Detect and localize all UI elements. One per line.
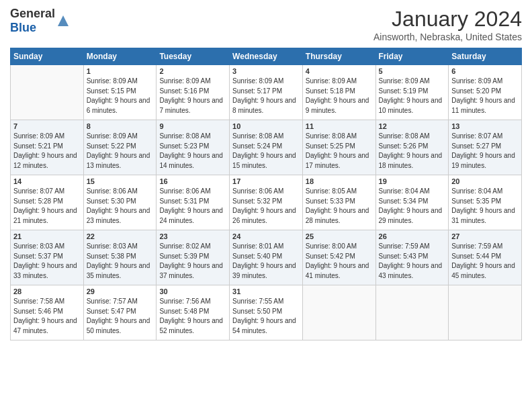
- sunset: Sunset: 5:17 PM: [232, 87, 282, 95]
- daylight: Daylight: 9 hours and 54 minutes.: [232, 317, 296, 334]
- sunset: Sunset: 5:39 PM: [159, 253, 209, 260]
- sunset: Sunset: 5:46 PM: [13, 308, 63, 315]
- sunrise: Sunrise: 7:57 AM: [87, 298, 138, 305]
- daylight: Daylight: 9 hours and 35 minutes.: [87, 262, 150, 279]
- daylight: Daylight: 9 hours and 39 minutes.: [232, 262, 296, 279]
- day-info: Sunrise: 8:09 AM Sunset: 5:16 PM Dayligh…: [159, 77, 226, 116]
- day-info: Sunrise: 8:04 AM Sunset: 5:35 PM Dayligh…: [451, 187, 519, 226]
- logo-blue: Blue: [10, 21, 36, 34]
- daylight: Daylight: 9 hours and 9 minutes.: [306, 97, 369, 114]
- header: General Blue January 2024 Ainsworth, Neb…: [10, 7, 522, 42]
- daylight: Daylight: 9 hours and 26 minutes.: [232, 207, 296, 224]
- sunset: Sunset: 5:24 PM: [232, 142, 282, 150]
- calendar-cell: 3 Sunrise: 8:09 AM Sunset: 5:17 PM Dayli…: [230, 65, 303, 120]
- calendar-week-3: 21 Sunrise: 8:03 AM Sunset: 5:37 PM Dayl…: [11, 230, 522, 285]
- day-info: Sunrise: 8:09 AM Sunset: 5:22 PM Dayligh…: [87, 132, 154, 171]
- calendar-cell: 19 Sunrise: 8:04 AM Sunset: 5:34 PM Dayl…: [375, 175, 449, 230]
- day-number: 2: [159, 67, 226, 75]
- sunrise: Sunrise: 8:09 AM: [306, 77, 357, 85]
- sunrise: Sunrise: 8:00 AM: [306, 242, 357, 250]
- daylight: Daylight: 9 hours and 28 minutes.: [306, 207, 369, 224]
- day-number: 13: [451, 122, 519, 130]
- calendar-cell: 18 Sunrise: 8:05 AM Sunset: 5:33 PM Dayl…: [302, 175, 375, 230]
- col-sunday: Sunday: [11, 48, 84, 65]
- day-info: Sunrise: 8:04 AM Sunset: 5:34 PM Dayligh…: [379, 187, 446, 226]
- calendar-week-2: 14 Sunrise: 8:07 AM Sunset: 5:28 PM Dayl…: [11, 175, 522, 230]
- day-info: Sunrise: 8:00 AM Sunset: 5:42 PM Dayligh…: [306, 242, 373, 281]
- day-info: Sunrise: 8:03 AM Sunset: 5:37 PM Dayligh…: [13, 242, 81, 281]
- calendar-cell: [375, 285, 449, 340]
- day-info: Sunrise: 8:08 AM Sunset: 5:26 PM Dayligh…: [379, 132, 446, 171]
- sunset: Sunset: 5:19 PM: [379, 87, 429, 95]
- day-info: Sunrise: 8:06 AM Sunset: 5:32 PM Dayligh…: [232, 187, 300, 226]
- day-number: 23: [159, 232, 226, 240]
- sunrise: Sunrise: 8:09 AM: [451, 77, 502, 85]
- daylight: Daylight: 9 hours and 37 minutes.: [159, 262, 223, 279]
- sunrise: Sunrise: 8:09 AM: [379, 77, 430, 85]
- day-info: Sunrise: 8:09 AM Sunset: 5:21 PM Dayligh…: [13, 132, 81, 171]
- day-number: 18: [306, 177, 373, 185]
- calendar-week-0: 1 Sunrise: 8:09 AM Sunset: 5:15 PM Dayli…: [11, 65, 522, 120]
- logo-text: General Blue: [10, 7, 55, 35]
- sunset: Sunset: 5:48 PM: [159, 308, 209, 315]
- sunset: Sunset: 5:43 PM: [379, 253, 429, 260]
- daylight: Daylight: 9 hours and 50 minutes.: [87, 317, 150, 334]
- sunset: Sunset: 5:47 PM: [87, 308, 136, 315]
- calendar-cell: 16 Sunrise: 8:06 AM Sunset: 5:31 PM Dayl…: [157, 175, 230, 230]
- day-number: 28: [13, 287, 81, 295]
- day-info: Sunrise: 8:09 AM Sunset: 5:19 PM Dayligh…: [379, 77, 446, 116]
- sunrise: Sunrise: 8:04 AM: [379, 187, 430, 195]
- col-saturday: Saturday: [449, 48, 522, 65]
- daylight: Daylight: 9 hours and 8 minutes.: [232, 97, 296, 114]
- sunset: Sunset: 5:32 PM: [232, 197, 282, 205]
- daylight: Daylight: 9 hours and 14 minutes.: [159, 152, 223, 169]
- day-number: 30: [159, 287, 226, 295]
- sunset: Sunset: 5:16 PM: [159, 87, 209, 95]
- day-info: Sunrise: 8:09 AM Sunset: 5:17 PM Dayligh…: [232, 77, 300, 116]
- calendar-cell: 27 Sunrise: 7:59 AM Sunset: 5:44 PM Dayl…: [449, 230, 522, 285]
- sunset: Sunset: 5:33 PM: [306, 197, 355, 205]
- day-number: 29: [87, 287, 154, 295]
- calendar-cell: 10 Sunrise: 8:08 AM Sunset: 5:24 PM Dayl…: [230, 120, 303, 175]
- calendar-cell: 28 Sunrise: 7:58 AM Sunset: 5:46 PM Dayl…: [11, 285, 84, 340]
- sunrise: Sunrise: 7:59 AM: [379, 242, 430, 250]
- day-info: Sunrise: 7:57 AM Sunset: 5:47 PM Dayligh…: [87, 297, 154, 336]
- daylight: Daylight: 9 hours and 21 minutes.: [13, 207, 77, 224]
- sunset: Sunset: 5:37 PM: [13, 253, 63, 260]
- sunset: Sunset: 5:40 PM: [232, 253, 282, 260]
- sunrise: Sunrise: 8:08 AM: [306, 132, 357, 140]
- day-info: Sunrise: 8:03 AM Sunset: 5:38 PM Dayligh…: [87, 242, 154, 281]
- calendar-cell: 7 Sunrise: 8:09 AM Sunset: 5:21 PM Dayli…: [11, 120, 84, 175]
- header-row: Sunday Monday Tuesday Wednesday Thursday…: [11, 48, 522, 65]
- calendar-cell: 15 Sunrise: 8:06 AM Sunset: 5:30 PM Dayl…: [83, 175, 157, 230]
- daylight: Daylight: 9 hours and 52 minutes.: [159, 317, 223, 334]
- calendar-cell: [302, 285, 375, 340]
- calendar-cell: [449, 285, 522, 340]
- sunrise: Sunrise: 8:04 AM: [451, 187, 502, 195]
- daylight: Daylight: 9 hours and 33 minutes.: [13, 262, 77, 279]
- calendar-cell: 12 Sunrise: 8:08 AM Sunset: 5:26 PM Dayl…: [375, 120, 449, 175]
- day-info: Sunrise: 8:05 AM Sunset: 5:33 PM Dayligh…: [306, 187, 373, 226]
- day-info: Sunrise: 7:59 AM Sunset: 5:44 PM Dayligh…: [451, 242, 519, 281]
- day-info: Sunrise: 8:08 AM Sunset: 5:25 PM Dayligh…: [306, 132, 373, 171]
- calendar-cell: 1 Sunrise: 8:09 AM Sunset: 5:15 PM Dayli…: [83, 65, 157, 120]
- day-number: 20: [451, 177, 519, 185]
- day-info: Sunrise: 8:02 AM Sunset: 5:39 PM Dayligh…: [159, 242, 226, 281]
- calendar-cell: 8 Sunrise: 8:09 AM Sunset: 5:22 PM Dayli…: [83, 120, 157, 175]
- daylight: Daylight: 9 hours and 19 minutes.: [451, 152, 515, 169]
- sunrise: Sunrise: 7:58 AM: [13, 298, 64, 305]
- day-info: Sunrise: 8:07 AM Sunset: 5:27 PM Dayligh…: [451, 132, 519, 171]
- col-friday: Friday: [375, 48, 449, 65]
- calendar-cell: 2 Sunrise: 8:09 AM Sunset: 5:16 PM Dayli…: [157, 65, 230, 120]
- daylight: Daylight: 9 hours and 47 minutes.: [13, 317, 77, 334]
- sunrise: Sunrise: 8:07 AM: [451, 132, 502, 140]
- daylight: Daylight: 9 hours and 41 minutes.: [306, 262, 369, 279]
- day-number: 7: [13, 122, 81, 130]
- calendar-cell: 31 Sunrise: 7:55 AM Sunset: 5:50 PM Dayl…: [230, 285, 303, 340]
- day-number: 17: [232, 177, 300, 185]
- calendar-cell: 4 Sunrise: 8:09 AM Sunset: 5:18 PM Dayli…: [302, 65, 375, 120]
- day-number: 3: [232, 67, 300, 75]
- daylight: Daylight: 9 hours and 23 minutes.: [87, 207, 150, 224]
- daylight: Daylight: 9 hours and 6 minutes.: [87, 97, 150, 114]
- calendar-container: General Blue January 2024 Ainsworth, Neb…: [0, 0, 532, 411]
